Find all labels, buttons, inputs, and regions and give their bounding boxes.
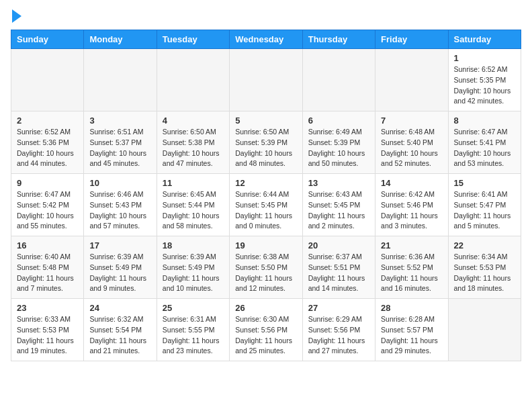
day-info: Sunrise: 6:48 AMSunset: 5:40 PMDaylight:… [381,127,442,169]
calendar-cell: 19Sunrise: 6:38 AMSunset: 5:50 PMDayligh… [230,236,302,299]
calendar-cell [448,299,521,361]
day-number: 13 [308,178,369,188]
calendar-header-row: SundayMondayTuesdayWednesdayThursdayFrid… [11,30,521,49]
calendar-cell: 8Sunrise: 6:47 AMSunset: 5:41 PMDaylight… [448,111,521,174]
day-info: Sunrise: 6:34 AMSunset: 5:53 PMDaylight:… [454,252,515,294]
logo-arrow-icon [12,9,21,23]
calendar-cell: 11Sunrise: 6:45 AMSunset: 5:44 PMDayligh… [157,174,229,236]
calendar-cell: 21Sunrise: 6:36 AMSunset: 5:52 PMDayligh… [375,236,448,299]
day-number: 17 [89,240,150,250]
calendar-cell: 3Sunrise: 6:51 AMSunset: 5:37 PMDaylight… [84,111,157,174]
calendar-header-thursday: Thursday [302,30,375,49]
calendar-cell: 14Sunrise: 6:42 AMSunset: 5:46 PMDayligh… [375,174,448,236]
day-info: Sunrise: 6:39 AMSunset: 5:49 PMDaylight:… [163,252,224,294]
day-info: Sunrise: 6:46 AMSunset: 5:43 PMDaylight:… [89,189,150,232]
day-number: 23 [17,303,78,313]
calendar-cell: 12Sunrise: 6:44 AMSunset: 5:45 PMDayligh… [230,174,302,236]
calendar-header-monday: Monday [84,30,157,49]
day-number: 2 [17,116,78,126]
calendar-cell: 25Sunrise: 6:31 AMSunset: 5:55 PMDayligh… [157,299,229,361]
day-number: 10 [89,178,150,188]
day-info: Sunrise: 6:39 AMSunset: 5:49 PMDaylight:… [89,252,150,294]
calendar-cell: 7Sunrise: 6:48 AMSunset: 5:40 PMDaylight… [375,111,448,174]
calendar-cell: 24Sunrise: 6:32 AMSunset: 5:54 PMDayligh… [84,299,157,361]
day-info: Sunrise: 6:42 AMSunset: 5:46 PMDaylight:… [381,189,442,232]
calendar-header-wednesday: Wednesday [230,30,302,49]
calendar-cell: 15Sunrise: 6:41 AMSunset: 5:47 PMDayligh… [448,174,521,236]
calendar-cell: 1Sunrise: 6:52 AMSunset: 5:35 PMDaylight… [448,49,521,111]
day-info: Sunrise: 6:47 AMSunset: 5:41 PMDaylight:… [454,127,515,169]
calendar-cell: 20Sunrise: 6:37 AMSunset: 5:51 PMDayligh… [302,236,375,299]
day-number: 16 [17,240,78,250]
calendar-cell: 18Sunrise: 6:39 AMSunset: 5:49 PMDayligh… [157,236,229,299]
day-number: 12 [235,178,296,188]
day-number: 8 [454,116,515,126]
calendar-table: SundayMondayTuesdayWednesdayThursdayFrid… [11,30,521,361]
day-info: Sunrise: 6:43 AMSunset: 5:45 PMDaylight:… [308,189,369,232]
calendar-cell [157,49,229,111]
day-info: Sunrise: 6:50 AMSunset: 5:39 PMDaylight:… [235,127,296,169]
day-info: Sunrise: 6:38 AMSunset: 5:50 PMDaylight:… [235,252,296,294]
day-number: 18 [163,240,224,250]
day-number: 27 [308,303,369,313]
day-number: 9 [17,178,78,188]
calendar-header-sunday: Sunday [11,30,84,49]
calendar-cell: 6Sunrise: 6:49 AMSunset: 5:39 PMDaylight… [302,111,375,174]
page-header [11,11,521,23]
day-number: 7 [381,116,442,126]
day-number: 1 [454,53,515,63]
calendar-cell: 26Sunrise: 6:30 AMSunset: 5:56 PMDayligh… [230,299,302,361]
calendar-week-5: 23Sunrise: 6:33 AMSunset: 5:53 PMDayligh… [11,299,521,361]
calendar-week-4: 16Sunrise: 6:40 AMSunset: 5:48 PMDayligh… [11,236,521,299]
calendar-cell: 27Sunrise: 6:29 AMSunset: 5:56 PMDayligh… [302,299,375,361]
day-info: Sunrise: 6:49 AMSunset: 5:39 PMDaylight:… [308,127,369,169]
day-number: 15 [454,178,515,188]
calendar-week-1: 1Sunrise: 6:52 AMSunset: 5:35 PMDaylight… [11,49,521,111]
day-number: 4 [163,116,224,126]
day-info: Sunrise: 6:50 AMSunset: 5:38 PMDaylight:… [163,127,224,169]
day-number: 20 [308,240,369,250]
calendar-cell: 22Sunrise: 6:34 AMSunset: 5:53 PMDayligh… [448,236,521,299]
day-info: Sunrise: 6:47 AMSunset: 5:42 PMDaylight:… [17,189,78,232]
day-info: Sunrise: 6:32 AMSunset: 5:54 PMDaylight:… [89,314,150,357]
day-info: Sunrise: 6:28 AMSunset: 5:57 PMDaylight:… [381,314,442,357]
day-info: Sunrise: 6:30 AMSunset: 5:56 PMDaylight:… [235,314,296,357]
day-info: Sunrise: 6:52 AMSunset: 5:35 PMDaylight:… [454,64,515,107]
calendar-cell: 17Sunrise: 6:39 AMSunset: 5:49 PMDayligh… [84,236,157,299]
day-info: Sunrise: 6:51 AMSunset: 5:37 PMDaylight:… [89,127,150,169]
day-number: 19 [235,240,296,250]
day-info: Sunrise: 6:31 AMSunset: 5:55 PMDaylight:… [163,314,224,357]
calendar-cell [302,49,375,111]
day-info: Sunrise: 6:36 AMSunset: 5:52 PMDaylight:… [381,252,442,294]
calendar-header-saturday: Saturday [448,30,521,49]
calendar-cell: 2Sunrise: 6:52 AMSunset: 5:36 PMDaylight… [11,111,84,174]
calendar-cell [11,49,84,111]
calendar-cell: 28Sunrise: 6:28 AMSunset: 5:57 PMDayligh… [375,299,448,361]
calendar-cell [230,49,302,111]
day-number: 28 [381,303,442,313]
calendar-week-3: 9Sunrise: 6:47 AMSunset: 5:42 PMDaylight… [11,174,521,236]
calendar-cell [84,49,157,111]
calendar-cell: 13Sunrise: 6:43 AMSunset: 5:45 PMDayligh… [302,174,375,236]
calendar-cell: 16Sunrise: 6:40 AMSunset: 5:48 PMDayligh… [11,236,84,299]
logo [11,11,21,23]
day-info: Sunrise: 6:41 AMSunset: 5:47 PMDaylight:… [454,189,515,232]
day-number: 5 [235,116,296,126]
calendar-cell: 5Sunrise: 6:50 AMSunset: 5:39 PMDaylight… [230,111,302,174]
calendar-cell [375,49,448,111]
day-info: Sunrise: 6:29 AMSunset: 5:56 PMDaylight:… [308,314,369,357]
calendar-week-2: 2Sunrise: 6:52 AMSunset: 5:36 PMDaylight… [11,111,521,174]
day-number: 26 [235,303,296,313]
calendar-cell: 4Sunrise: 6:50 AMSunset: 5:38 PMDaylight… [157,111,229,174]
day-number: 11 [163,178,224,188]
day-number: 3 [89,116,150,126]
calendar-cell: 9Sunrise: 6:47 AMSunset: 5:42 PMDaylight… [11,174,84,236]
day-number: 22 [454,240,515,250]
day-number: 14 [381,178,442,188]
day-info: Sunrise: 6:33 AMSunset: 5:53 PMDaylight:… [17,314,78,357]
calendar-cell: 23Sunrise: 6:33 AMSunset: 5:53 PMDayligh… [11,299,84,361]
day-info: Sunrise: 6:52 AMSunset: 5:36 PMDaylight:… [17,127,78,169]
day-number: 24 [89,303,150,313]
day-number: 6 [308,116,369,126]
day-info: Sunrise: 6:45 AMSunset: 5:44 PMDaylight:… [163,189,224,232]
